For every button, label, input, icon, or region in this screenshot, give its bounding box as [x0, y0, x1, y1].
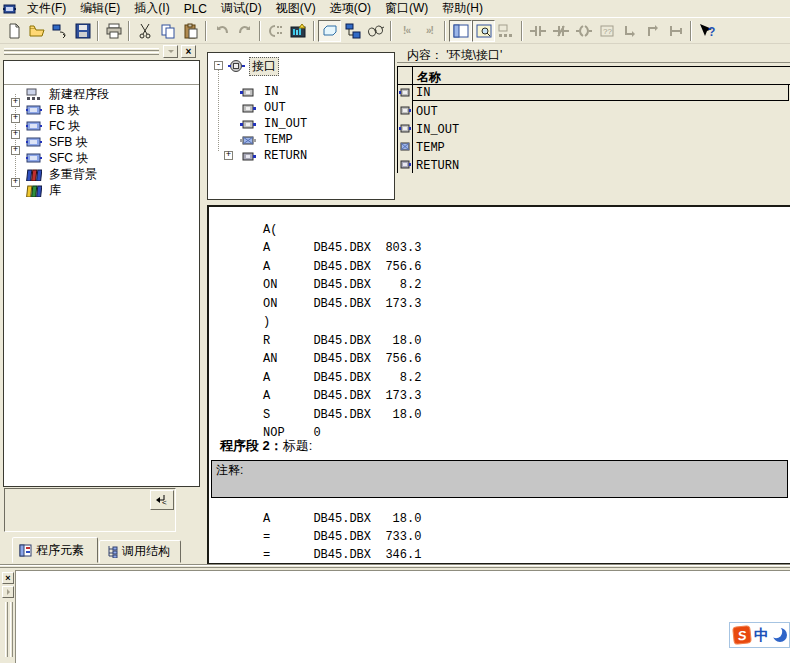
new-button[interactable] [2, 20, 25, 42]
next-error-button[interactable]: »! [418, 20, 441, 42]
expand-fc[interactable]: + [11, 114, 20, 123]
tree-item-library[interactable]: 库 [26, 182, 63, 198]
contact-no-icon [530, 24, 546, 38]
branch-close-button[interactable] [664, 20, 687, 42]
menu-item-help[interactable]: 帮助(H) [435, 0, 490, 18]
prev-error-button[interactable]: !« [395, 20, 418, 42]
interface-item-label: IN [262, 85, 280, 99]
hide-description-button[interactable]: < [150, 490, 174, 510]
open-icon [29, 23, 45, 39]
address-info-button[interactable] [264, 20, 287, 42]
row-name: TEMP [413, 141, 445, 155]
open-button[interactable] [25, 20, 48, 42]
new-network-button[interactable] [495, 20, 518, 42]
save-button[interactable] [71, 20, 94, 42]
branch-down-button[interactable] [618, 20, 641, 42]
undo-button[interactable] [210, 20, 233, 42]
tree-item-multi-instance[interactable]: 多重背景 [26, 166, 99, 182]
new-icon [6, 23, 22, 39]
chevron-right-icon [7, 589, 13, 595]
tree-item-new-network[interactable]: 新建程序段 [26, 86, 111, 102]
library-icon [26, 184, 42, 197]
menu-item-file[interactable]: 文件(F) [20, 0, 73, 18]
ime-toolbar[interactable]: S 中 [729, 622, 790, 648]
empty-box-button[interactable]: ?? [595, 20, 618, 42]
detail-view-toggle-button[interactable] [472, 20, 495, 42]
stl-code-editor[interactable]: A( A DB45.DBX 803.3 A DB45.DBX 756.6 ON … [207, 205, 790, 565]
download-monitor-button[interactable] [287, 20, 310, 42]
interface-item-out[interactable]: OUT [240, 100, 288, 116]
redo-button[interactable] [233, 20, 256, 42]
tree-item-sfb[interactable]: SFB 块 [26, 134, 90, 150]
menu-item-edit[interactable]: 编辑(E) [73, 0, 127, 18]
copy-button[interactable] [156, 20, 179, 42]
bottom-divider-light [0, 565, 790, 566]
tab-call-structure[interactable]: 调用结构 [99, 540, 181, 563]
table-row-return[interactable]: RETURN [413, 157, 789, 174]
network-2-title[interactable]: 程序段 2：标题: [220, 437, 312, 455]
stl-line: AN DB45.DBX 756.6 [263, 350, 421, 369]
coil-icon [576, 24, 592, 38]
expand-return[interactable]: + [224, 151, 233, 160]
table-row-in-out[interactable]: IN_OUT [413, 121, 789, 138]
ime-language-toggle[interactable]: 中 [754, 626, 769, 645]
contact-nc-button[interactable] [549, 20, 572, 42]
moon-icon[interactable] [772, 627, 788, 643]
panel-menu-button[interactable] [163, 45, 178, 58]
menu-item-window[interactable]: 窗口(W) [378, 0, 435, 18]
paste-button[interactable] [179, 20, 202, 42]
coil-button[interactable] [572, 20, 595, 42]
expand-library[interactable]: + [11, 178, 20, 187]
network-2-number: 程序段 2： [220, 438, 283, 453]
collapse-interface[interactable]: - [214, 61, 223, 70]
table-row-out[interactable]: OUT [413, 103, 789, 120]
help-button[interactable]: ? [695, 20, 718, 42]
network-2-comment-box[interactable]: 注释: [211, 460, 788, 498]
sogou-logo-icon[interactable]: S [732, 625, 752, 645]
tree-item-fc[interactable]: FC 块 [26, 118, 82, 134]
output-gripper[interactable] [5, 602, 8, 657]
output-expand-button[interactable] [2, 586, 14, 598]
interface-item-return[interactable]: RETURN [240, 148, 309, 164]
symbol-info-button[interactable] [341, 20, 364, 42]
window-icon[interactable] [3, 3, 16, 15]
print-button[interactable] [102, 20, 125, 42]
output-close-button[interactable]: × [2, 572, 14, 584]
expand-sfc[interactable]: + [11, 146, 20, 155]
menu-item-debug[interactable]: 调试(D) [214, 0, 269, 18]
row-icon-in [399, 88, 411, 97]
interface-item-temp[interactable]: TEMP [240, 132, 295, 148]
branch-down-icon [622, 24, 638, 38]
insert-block-button[interactable] [48, 20, 71, 42]
row-icon-in-out [399, 124, 411, 133]
expand-sfb[interactable]: + [11, 130, 20, 139]
menu-item-options[interactable]: 选项(O) [323, 0, 378, 18]
network-2-title-text: 标题: [283, 438, 313, 453]
panel-gripper[interactable] [4, 48, 159, 51]
tree-item-fb[interactable]: FB 块 [26, 102, 82, 118]
output-gripper-2[interactable] [10, 602, 13, 657]
overview-toggle-button[interactable] [449, 20, 472, 42]
panel-close-button[interactable]: × [181, 45, 196, 58]
comment-toggle-button[interactable] [318, 20, 341, 42]
interface-item-in[interactable]: IN [240, 84, 280, 100]
branch-up-button[interactable] [641, 20, 664, 42]
cut-button[interactable] [133, 20, 156, 42]
menu-item-view[interactable]: 视图(V) [269, 0, 323, 18]
panel-gripper-2[interactable] [4, 52, 159, 55]
menu-item-insert[interactable]: 插入(I) [127, 0, 176, 18]
interface-item-in-out[interactable]: IN_OUT [240, 116, 309, 132]
output-pane[interactable] [15, 570, 790, 663]
stl-line: A DB45.DBX 173.3 [263, 387, 421, 406]
menu-item-plc[interactable]: PLC [177, 1, 214, 17]
tab-program-elements[interactable]: 程序元素 [12, 537, 98, 563]
contact-no-button[interactable] [526, 20, 549, 42]
expand-fb[interactable]: + [11, 98, 20, 107]
interface-root[interactable]: 接口 [228, 58, 279, 74]
table-row-in-selected[interactable]: IN [412, 84, 789, 101]
monitor-glasses-button[interactable] [364, 20, 387, 42]
tree-item-sfc[interactable]: SFC 块 [26, 150, 90, 166]
cut-icon [137, 23, 153, 39]
table-row-temp[interactable]: TEMP [413, 139, 789, 156]
stl-line: S DB45.DBX 18.0 [263, 406, 421, 425]
